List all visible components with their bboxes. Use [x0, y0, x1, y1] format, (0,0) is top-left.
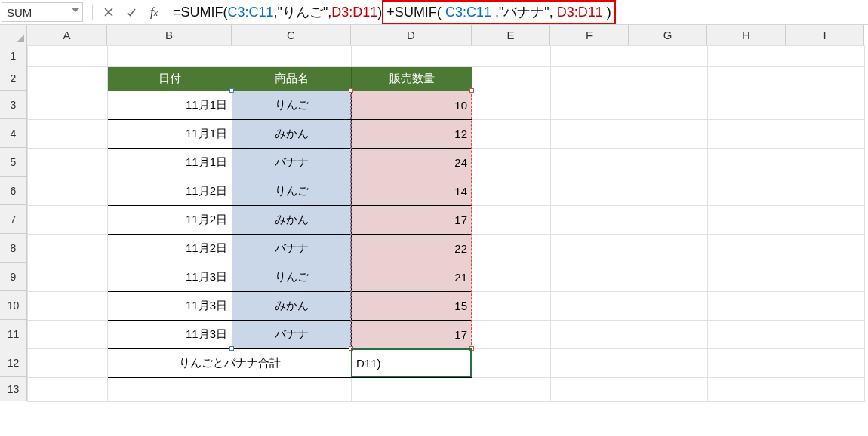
cell[interactable]: [708, 206, 786, 235]
cell-quantity[interactable]: 21: [352, 263, 472, 292]
cell-quantity[interactable]: 12: [352, 120, 472, 149]
cell[interactable]: [551, 206, 629, 235]
cell[interactable]: [629, 235, 708, 263]
cell[interactable]: [352, 46, 472, 67]
enter-button[interactable]: [122, 2, 141, 22]
cell[interactable]: [472, 235, 551, 263]
row-head[interactable]: 6: [0, 177, 27, 205]
cell-product[interactable]: りんご: [232, 177, 352, 206]
row-head[interactable]: 2: [0, 66, 27, 91]
row-head[interactable]: 12: [0, 348, 27, 377]
cell-quantity[interactable]: 17: [352, 206, 472, 235]
row-head[interactable]: 9: [0, 263, 27, 291]
cell-date[interactable]: 11月2日: [108, 206, 232, 235]
cell[interactable]: [629, 206, 708, 235]
formula-input[interactable]: =SUMIF( C3:C11 ,"りんご", D3:D11 ) +SUMIF( …: [165, 0, 868, 24]
cell-date[interactable]: 11月3日: [108, 292, 232, 321]
cell-date[interactable]: 11月1日: [108, 120, 232, 149]
cell[interactable]: [786, 177, 865, 206]
cell[interactable]: [708, 321, 786, 349]
cell[interactable]: [108, 46, 232, 67]
row-head[interactable]: 3: [0, 91, 27, 119]
cell[interactable]: [708, 149, 786, 177]
row-head[interactable]: 13: [0, 377, 27, 401]
cell[interactable]: [28, 67, 108, 91]
cell[interactable]: [708, 235, 786, 263]
cell[interactable]: [28, 292, 108, 321]
cell-date[interactable]: 11月1日: [108, 149, 232, 177]
header-quantity[interactable]: 販売数量: [352, 67, 472, 91]
row-head[interactable]: 10: [0, 291, 27, 320]
cell[interactable]: [551, 263, 629, 292]
cell[interactable]: [708, 263, 786, 292]
cell-quantity[interactable]: 22: [352, 235, 472, 263]
cell[interactable]: [629, 349, 708, 378]
cell[interactable]: [708, 378, 786, 402]
cell[interactable]: [629, 149, 708, 177]
cell[interactable]: [472, 46, 551, 67]
cell[interactable]: [551, 67, 629, 91]
cell[interactable]: [472, 349, 551, 378]
cell[interactable]: [28, 378, 108, 402]
cell[interactable]: [28, 321, 108, 349]
cell[interactable]: [28, 177, 108, 206]
cell[interactable]: [28, 91, 108, 120]
cell[interactable]: [708, 177, 786, 206]
cell-date[interactable]: 11月1日: [108, 91, 232, 120]
cell[interactable]: [708, 46, 786, 67]
cell-product[interactable]: みかん: [232, 292, 352, 321]
cell[interactable]: [28, 46, 108, 67]
cell[interactable]: [786, 120, 865, 149]
cell[interactable]: [472, 378, 551, 402]
cell[interactable]: [28, 149, 108, 177]
cell[interactable]: [472, 149, 551, 177]
cell[interactable]: [708, 292, 786, 321]
cell[interactable]: [786, 67, 865, 91]
cell-quantity[interactable]: 10: [352, 91, 472, 120]
cell[interactable]: [472, 263, 551, 292]
cell-product[interactable]: バナナ: [232, 235, 352, 263]
cell[interactable]: [551, 321, 629, 349]
cell-quantity[interactable]: 15: [352, 292, 472, 321]
col-head[interactable]: F: [550, 25, 629, 45]
cell[interactable]: [786, 292, 865, 321]
cell-editing[interactable]: D11): [352, 349, 472, 378]
cell-quantity[interactable]: 14: [352, 177, 472, 206]
cell-quantity[interactable]: 24: [352, 149, 472, 177]
cell[interactable]: [472, 206, 551, 235]
cell[interactable]: [708, 91, 786, 120]
cell[interactable]: [551, 120, 629, 149]
cell[interactable]: [786, 91, 865, 120]
cell[interactable]: [551, 149, 629, 177]
row-head[interactable]: 5: [0, 148, 27, 177]
col-head[interactable]: H: [707, 25, 786, 45]
cell-quantity[interactable]: 17: [352, 321, 472, 349]
cell[interactable]: [786, 235, 865, 263]
cell[interactable]: [28, 263, 108, 292]
cell-product[interactable]: みかん: [232, 206, 352, 235]
cell[interactable]: [472, 67, 551, 91]
cell[interactable]: [472, 91, 551, 120]
cell[interactable]: [551, 46, 629, 67]
cell[interactable]: [629, 67, 708, 91]
col-head[interactable]: I: [786, 25, 864, 45]
cell-product[interactable]: りんご: [232, 91, 352, 120]
cell[interactable]: [786, 46, 865, 67]
cell[interactable]: [472, 177, 551, 206]
cell[interactable]: [629, 292, 708, 321]
row-head[interactable]: 4: [0, 119, 27, 148]
header-product[interactable]: 商品名: [232, 67, 352, 91]
cell[interactable]: [708, 120, 786, 149]
cell-date[interactable]: 11月3日: [108, 263, 232, 292]
cell[interactable]: [472, 321, 551, 349]
cell-product[interactable]: みかん: [232, 120, 352, 149]
cell[interactable]: [629, 177, 708, 206]
cell[interactable]: [28, 120, 108, 149]
cell[interactable]: [472, 292, 551, 321]
cell[interactable]: [551, 235, 629, 263]
row-head[interactable]: 7: [0, 205, 27, 234]
cell[interactable]: [232, 46, 352, 67]
header-date[interactable]: 日付: [108, 67, 232, 91]
cell[interactable]: [786, 149, 865, 177]
cell-total-label[interactable]: りんごとバナナ合計: [108, 349, 352, 378]
